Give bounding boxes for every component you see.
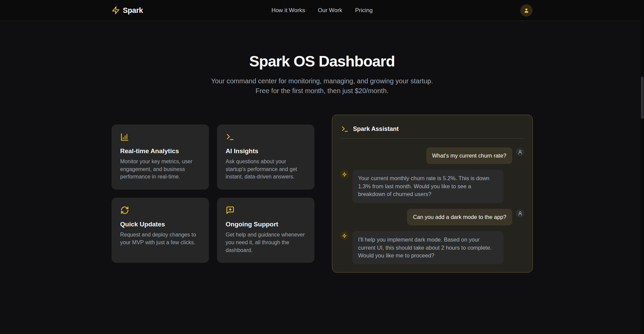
hero-section: Spark OS Dashboard Your command center f… xyxy=(0,21,644,96)
nav-link-how-it-works[interactable]: How it Works xyxy=(271,7,305,14)
nav-links: How it Works Our Work Pricing xyxy=(271,7,372,14)
page-subtitle: Your command center for monitoring, mana… xyxy=(208,76,437,96)
assistant-message-bubble: Your current monthly churn rate is 5.2%.… xyxy=(352,170,503,203)
assistant-message-bubble: I'll help you implement dark mode. Based… xyxy=(352,231,503,264)
chat-messages: What's my current churn rate? Your curre… xyxy=(340,147,524,264)
assistant-title: Spark Assistant xyxy=(353,126,399,133)
message-plus-icon xyxy=(226,206,306,215)
nav-link-our-work[interactable]: Our Work xyxy=(318,7,342,14)
feature-title: Ongoing Support xyxy=(226,221,306,228)
user-message-bubble: Can you add a dark mode to the app? xyxy=(407,209,512,225)
user-icon xyxy=(523,7,529,13)
feature-card-ongoing-support[interactable]: Ongoing Support Get help and guidance wh… xyxy=(217,198,314,263)
nav-link-pricing[interactable]: Pricing xyxy=(355,7,373,14)
assistant-zap-icon xyxy=(340,231,349,240)
scrollbar-thumb[interactable] xyxy=(641,77,644,119)
assistant-zap-icon xyxy=(340,170,349,178)
chat-message-user: What's my current churn rate? xyxy=(340,147,524,164)
feature-description: Ask questions about your startup's perfo… xyxy=(226,158,306,181)
assistant-header: Spark Assistant xyxy=(340,123,524,139)
feature-description: Request and deploy changes to your MVP w… xyxy=(120,231,200,246)
feature-description: Monitor your key metrics, user engagemen… xyxy=(120,158,200,181)
user-avatar xyxy=(516,148,524,156)
assistant-panel: Spark Assistant What's my current churn … xyxy=(332,115,533,273)
terminal-icon xyxy=(226,133,306,141)
feature-card-ai-insights[interactable]: AI Insights Ask questions about your sta… xyxy=(217,124,314,190)
terminal-icon xyxy=(341,125,349,133)
user-avatar xyxy=(516,209,524,218)
bar-chart-icon xyxy=(120,133,200,141)
feature-title: AI Insights xyxy=(226,147,306,155)
chat-message-assistant: I'll help you implement dark mode. Based… xyxy=(340,231,524,264)
navbar: Spark How it Works Our Work Pricing xyxy=(0,0,644,21)
feature-card-analytics[interactable]: Real-time Analytics Monitor your key met… xyxy=(112,124,209,190)
feature-title: Real-time Analytics xyxy=(120,147,200,155)
brand-logo[interactable]: Spark xyxy=(112,6,199,15)
feature-grid: Real-time Analytics Monitor your key met… xyxy=(112,124,314,263)
feature-card-quick-updates[interactable]: Quick Updates Request and deploy changes… xyxy=(112,198,209,263)
refresh-icon xyxy=(120,206,200,215)
feature-title: Quick Updates xyxy=(120,221,200,228)
brand-name: Spark xyxy=(123,6,143,15)
feature-description: Get help and guidance whenever you need … xyxy=(226,231,306,254)
main-content: Real-time Analytics Monitor your key met… xyxy=(0,115,644,273)
chat-message-user: Can you add a dark mode to the app? xyxy=(340,209,524,225)
user-message-bubble: What's my current churn rate? xyxy=(426,147,512,164)
scrollbar xyxy=(641,0,644,334)
chat-message-assistant: Your current monthly churn rate is 5.2%.… xyxy=(340,170,524,203)
user-avatar-button[interactable] xyxy=(520,4,532,17)
page-title: Spark OS Dashboard xyxy=(0,53,644,70)
zap-icon xyxy=(112,6,120,15)
